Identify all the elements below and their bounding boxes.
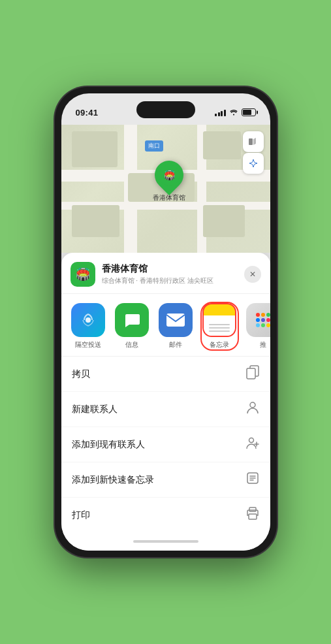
share-item-airdrop[interactable]: 隔空投送	[71, 303, 106, 349]
action-copy-label: 拷贝	[72, 368, 90, 380]
battery-fill	[243, 110, 252, 115]
map-controls	[243, 131, 264, 174]
copy-icon	[245, 365, 260, 383]
action-list: 拷贝 新建联系人	[61, 357, 270, 532]
phone-screen: 09:41	[61, 93, 270, 551]
status-time: 09:41	[76, 108, 99, 118]
sheet-header: 🏟️ 香港体育馆 综合体育馆 · 香港特别行政区 油尖旺区 ✕	[61, 253, 270, 294]
share-item-message[interactable]: 信息	[114, 303, 150, 349]
home-indicator	[61, 532, 270, 551]
notes-lines	[209, 324, 230, 332]
svg-point-7	[249, 438, 253, 443]
svg-rect-3	[166, 314, 185, 327]
message-icon	[115, 303, 149, 337]
more-label: 推	[260, 340, 266, 349]
action-quick-note[interactable]: 添加到新快速备忘录	[61, 462, 270, 498]
map-area[interactable]: 南口 🏟️ 香港体育馆	[61, 125, 270, 253]
action-new-contact-label: 新建联系人	[72, 404, 118, 415]
map-block-2	[203, 131, 241, 159]
action-new-contact[interactable]: 新建联系人	[61, 392, 270, 427]
wifi-icon	[229, 108, 238, 117]
action-copy[interactable]: 拷贝	[61, 357, 270, 392]
venue-name: 香港体育馆	[102, 263, 238, 275]
map-pin-inner: 🏟️	[159, 165, 180, 185]
dot-row-2	[256, 318, 270, 322]
close-button[interactable]: ✕	[244, 266, 261, 283]
dot-yellow	[266, 323, 270, 327]
svg-point-2	[86, 317, 91, 323]
map-block-3	[72, 205, 120, 237]
dot-purple	[261, 318, 265, 322]
dot-lightblue	[256, 323, 260, 327]
mail-label: 邮件	[169, 340, 182, 349]
action-add-existing-label: 添加到现有联系人	[72, 439, 145, 451]
dot-green	[266, 313, 270, 317]
svg-rect-0	[249, 138, 253, 145]
notes-label: 备忘录	[210, 340, 229, 349]
dot-lightgreen	[261, 323, 265, 327]
map-pin: 🏟️ 香港体育馆	[153, 161, 185, 202]
airdrop-label: 隔空投送	[75, 340, 101, 349]
signal-bar-4	[224, 110, 226, 116]
dot-pink	[266, 318, 270, 322]
svg-rect-5	[247, 368, 255, 379]
share-item-notes[interactable]: 备忘录	[202, 303, 238, 349]
dynamic-island	[136, 101, 195, 118]
memo-icon	[245, 471, 260, 489]
notes-line-2	[209, 327, 230, 329]
action-print-label: 打印	[72, 509, 90, 521]
map-block-1	[72, 131, 118, 167]
svg-point-6	[250, 402, 255, 408]
svg-rect-9	[249, 514, 257, 519]
map-block-4	[203, 205, 245, 237]
venue-info: 香港体育馆 综合体育馆 · 香港特别行政区 油尖旺区	[102, 263, 238, 285]
dot-row-1	[256, 313, 270, 317]
status-icons	[215, 108, 256, 117]
map-pin-stadium-icon: 🏟️	[164, 170, 175, 180]
venue-icon: 🏟️	[71, 262, 95, 287]
action-print[interactable]: 打印	[61, 498, 270, 532]
mail-icon	[159, 303, 193, 337]
signal-bar-3	[221, 111, 223, 116]
signal-bars-icon	[215, 108, 226, 116]
signal-bar-2	[218, 112, 220, 116]
venue-description: 综合体育馆 · 香港特别行政区 油尖旺区	[102, 276, 238, 285]
location-button[interactable]	[243, 153, 264, 174]
home-bar	[133, 540, 198, 543]
dot-blue	[256, 318, 260, 322]
print-icon	[245, 506, 260, 524]
more-dots-grid	[256, 313, 270, 327]
share-item-mail[interactable]: 邮件	[158, 303, 194, 349]
signal-bar-1	[215, 114, 217, 116]
dot-orange	[261, 313, 265, 317]
share-item-more[interactable]: 推	[245, 303, 270, 349]
person-add-icon	[245, 436, 260, 453]
bottom-sheet: 🏟️ 香港体育馆 综合体育馆 · 香港特别行政区 油尖旺区 ✕	[61, 253, 270, 532]
more-apps-icon	[246, 303, 270, 337]
map-type-button[interactable]	[243, 131, 264, 152]
battery-icon	[242, 108, 256, 116]
svg-rect-10	[249, 507, 256, 511]
share-row: 隔空投送 信息	[61, 294, 270, 357]
airdrop-icon	[71, 303, 105, 337]
action-quick-note-label: 添加到新快速备忘录	[72, 474, 154, 486]
person-icon	[245, 400, 260, 418]
map-pin-circle: 🏟️	[149, 155, 189, 195]
dot-row-3	[256, 323, 270, 327]
message-label: 信息	[125, 340, 138, 349]
dot-red	[256, 313, 260, 317]
notes-icon	[202, 303, 236, 337]
action-add-existing-contact[interactable]: 添加到现有联系人	[61, 427, 270, 462]
notes-line-1	[209, 324, 230, 325]
map-entrance-label: 南口	[145, 140, 163, 152]
notes-line-3	[209, 330, 230, 332]
phone-frame: 09:41	[55, 87, 277, 557]
